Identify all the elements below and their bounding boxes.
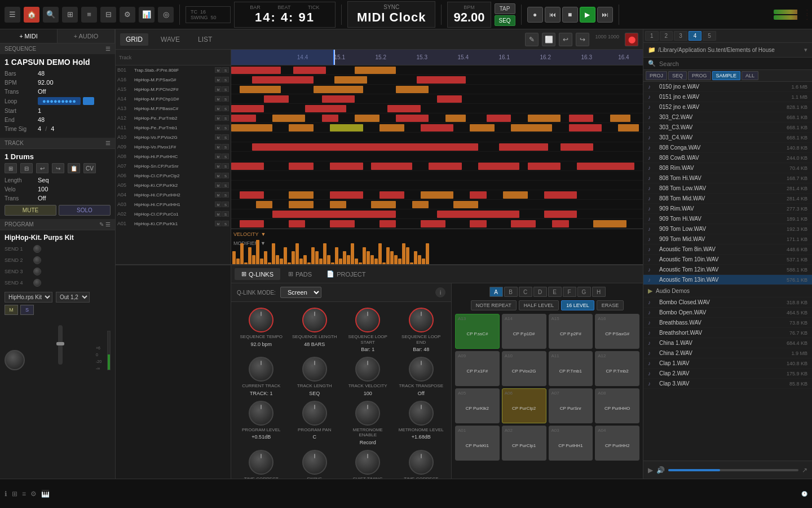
- browser-file-item[interactable]: ♪ 808 Rim.WAV 70.4 KB: [643, 163, 812, 173]
- grid-clip[interactable]: [593, 220, 626, 227]
- grid-clip[interactable]: [322, 115, 338, 122]
- velocity-bar[interactable]: [331, 262, 334, 264]
- qlink-knob-5[interactable]: [302, 357, 327, 382]
- grid-view-button[interactable]: ⊞: [62, 7, 78, 23]
- grid-clip[interactable]: [231, 105, 264, 112]
- velocity-bar[interactable]: [260, 259, 263, 264]
- grid-clip[interactable]: [552, 220, 568, 227]
- fader-thumb[interactable]: [56, 342, 64, 345]
- start-value[interactable]: 1: [38, 107, 41, 114]
- end-value[interactable]: 48: [38, 116, 45, 123]
- qlink-mode-select[interactable]: Screen: [280, 287, 321, 298]
- audio-tab[interactable]: + AUDIO: [58, 29, 115, 43]
- record-icon[interactable]: ⬤: [625, 33, 638, 46]
- grid-clip[interactable]: [437, 211, 519, 218]
- seq-button[interactable]: SEQ: [495, 15, 515, 26]
- qlinks-tab[interactable]: ⊞ Q-LINKS: [235, 268, 280, 280]
- record-button[interactable]: ●: [527, 7, 543, 23]
- stop-button[interactable]: ■: [562, 7, 578, 23]
- grid-row[interactable]: [231, 181, 643, 190]
- play-start-button[interactable]: ⏮: [545, 7, 561, 23]
- browser-slot-tab-4[interactable]: 4: [689, 31, 702, 41]
- browser-file-item[interactable]: ♪ Acoustic Tom 10in.WAV 537.1 KB: [643, 255, 812, 265]
- track-view-button[interactable]: ≡: [81, 7, 97, 23]
- velocity-bar[interactable]: [319, 259, 323, 264]
- pad-control-16-level[interactable]: 16 LEVEL: [561, 300, 594, 310]
- track-s-button[interactable]: S: [222, 86, 229, 92]
- grid-clip[interactable]: [379, 191, 404, 199]
- pad-a09[interactable]: A09 CP P.x1F#: [455, 351, 500, 386]
- track-s-button[interactable]: S: [222, 134, 229, 140]
- browser-file-item[interactable]: ♪ 909 Tom Low.WAV 192.3 KB: [643, 224, 812, 234]
- bpm-seq-value[interactable]: 92.00: [38, 79, 54, 86]
- browser-file-item[interactable]: ♪ Clap 2.WAV 175.9 KB: [643, 369, 812, 379]
- grid-clip[interactable]: [499, 143, 549, 151]
- kit-select[interactable]: HipHo.rps Kit: [5, 292, 52, 303]
- browser-file-item[interactable]: ♪ Bombo Closed.WAV 318.8 KB: [643, 297, 812, 308]
- grid-row[interactable]: [231, 152, 643, 161]
- pad-a07[interactable]: A07 CP PurSnr: [549, 388, 593, 423]
- browser-slot-tab-2[interactable]: 2: [660, 31, 673, 41]
- velocity-bar[interactable]: [315, 251, 319, 264]
- browser-file-item[interactable]: ♪ Breathbass.WAV 73.8 KB: [643, 318, 812, 328]
- qlink-knob-12[interactable]: [249, 450, 273, 475]
- bars-value[interactable]: 48: [38, 70, 45, 77]
- grid-row[interactable]: [231, 133, 643, 142]
- browser-file-item[interactable]: ♪ China 2.WAV 1.9 MB: [643, 348, 812, 358]
- track-s-button[interactable]: S: [222, 144, 229, 150]
- grid-clip[interactable]: [231, 124, 272, 132]
- grid-clip[interactable]: [231, 163, 264, 170]
- menu-button[interactable]: ☰: [5, 7, 20, 23]
- browser-file-item[interactable]: ♪ 303_C4.WAV 668.1 KB: [643, 133, 812, 143]
- track-m-button[interactable]: M: [215, 77, 222, 82]
- velocity-bar[interactable]: [426, 243, 429, 264]
- grid-clip[interactable]: [544, 211, 577, 218]
- qlink-knob-6[interactable]: [355, 357, 380, 382]
- qlink-knob-14[interactable]: [355, 450, 380, 475]
- track-m-button[interactable]: M: [215, 67, 222, 73]
- track-m-button[interactable]: M: [215, 221, 222, 226]
- track-s-button[interactable]: S: [222, 202, 229, 207]
- pad-a06[interactable]: A06 CP PurClp2: [502, 388, 546, 423]
- bank-tab-b[interactable]: B: [504, 287, 518, 297]
- grid-clip[interactable]: [355, 67, 396, 74]
- qlink-knob-3[interactable]: [409, 308, 434, 332]
- bank-tab-h[interactable]: H: [592, 287, 606, 297]
- grid-clip[interactable]: [252, 143, 479, 151]
- browser-file-item[interactable]: ♪ 808 Tom Mid.WAV 281.4 KB: [643, 194, 812, 204]
- velocity-bar[interactable]: [323, 243, 326, 264]
- track-s-button[interactable]: S: [222, 115, 229, 121]
- subtab-sample[interactable]: SAMPLE: [712, 71, 741, 80]
- grid-row[interactable]: [231, 123, 643, 133]
- browser-file-item[interactable]: ♪ 909 Rim.WAV 277.3 KB: [643, 204, 812, 214]
- velocity-bar[interactable]: [276, 255, 279, 265]
- velocity-bar[interactable]: [359, 262, 362, 264]
- bank-tab-e[interactable]: E: [548, 287, 562, 297]
- track-m-button[interactable]: M: [215, 134, 222, 140]
- pad-a03[interactable]: A03 CP PurlHH1: [549, 426, 593, 461]
- send1-knob[interactable]: [33, 245, 41, 253]
- subtab-prog[interactable]: PROG: [688, 71, 711, 80]
- grid-row[interactable]: [231, 209, 643, 219]
- velocity-bar[interactable]: [299, 259, 303, 264]
- velocity-bar[interactable]: [248, 247, 251, 264]
- qlink-knob-13[interactable]: [302, 450, 327, 475]
- grid-row[interactable]: [231, 104, 643, 113]
- qlink-knob-2[interactable]: [355, 308, 380, 332]
- velocity-bar[interactable]: [307, 262, 311, 264]
- grid-clip[interactable]: [252, 76, 314, 84]
- pad-a14[interactable]: A14 CP P.p1D#: [502, 314, 546, 349]
- grid-clip[interactable]: [240, 86, 281, 93]
- program-menu-icon[interactable]: ☰: [105, 221, 111, 227]
- velocity-bar[interactable]: [367, 251, 370, 264]
- grid-clip[interactable]: [421, 124, 453, 132]
- grid-row[interactable]: [231, 142, 643, 152]
- grid-clip[interactable]: [610, 115, 631, 122]
- browser-file-item[interactable]: ♪ Acoustic Tom 8in.WAV 448.6 KB: [643, 244, 812, 255]
- velocity-bar[interactable]: [410, 262, 413, 264]
- track-icon-back[interactable]: ↩: [36, 163, 48, 173]
- pad-control-note-repeat[interactable]: NOTE REPEAT: [471, 300, 517, 310]
- track-s-button[interactable]: S: [222, 211, 229, 217]
- browser-file-item[interactable]: ♪ 303_C2.WAV 668.1 KB: [643, 112, 812, 122]
- bank-tab-d[interactable]: D: [533, 287, 547, 297]
